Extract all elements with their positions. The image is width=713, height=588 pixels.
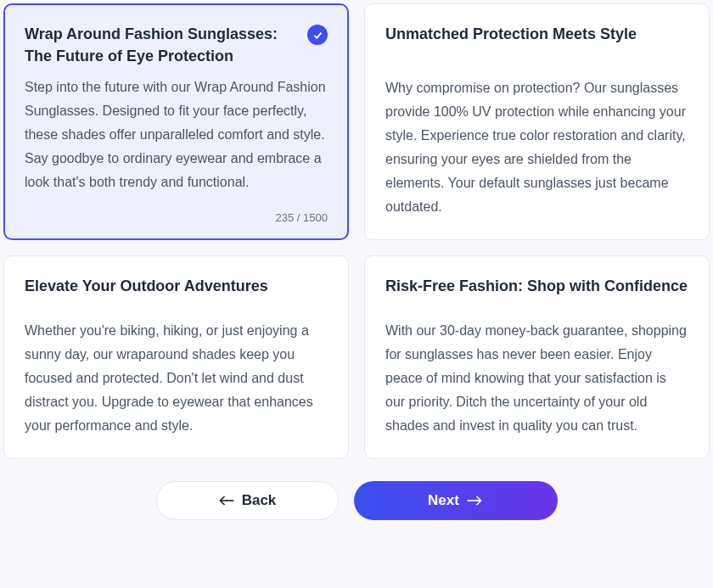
card-desc: Why compromise on protection? Our sungla… xyxy=(385,76,688,219)
option-grid: Wrap Around Fashion Sunglasses: The Futu… xyxy=(3,3,710,459)
back-button[interactable]: Back xyxy=(156,481,339,520)
option-card-0[interactable]: Wrap Around Fashion Sunglasses: The Futu… xyxy=(3,3,349,240)
next-button[interactable]: Next xyxy=(354,481,558,520)
arrow-left-icon xyxy=(218,495,235,507)
card-desc: With our 30-day money-back guarantee, sh… xyxy=(385,319,688,438)
card-header: Wrap Around Fashion Sunglasses: The Futu… xyxy=(25,23,328,76)
card-title: Wrap Around Fashion Sunglasses: The Futu… xyxy=(25,23,299,67)
option-card-3[interactable]: Risk-Free Fashion: Shop with Confidence … xyxy=(364,255,710,459)
back-label: Back xyxy=(242,492,277,509)
card-title: Unmatched Protection Meets Style xyxy=(385,23,688,68)
selected-check-icon xyxy=(307,25,328,45)
next-label: Next xyxy=(428,492,459,509)
option-card-2[interactable]: Elevate Your Outdoor Adventures Whether … xyxy=(3,255,349,459)
card-desc: Step into the future with our Wrap Aroun… xyxy=(25,76,328,194)
option-card-1[interactable]: Unmatched Protection Meets Style Why com… xyxy=(364,3,710,240)
footer-actions: Back Next xyxy=(3,459,710,537)
arrow-right-icon xyxy=(466,495,483,507)
card-desc: Whether you're biking, hiking, or just e… xyxy=(25,319,328,438)
card-title: Elevate Your Outdoor Adventures xyxy=(25,275,328,311)
card-title: Risk-Free Fashion: Shop with Confidence xyxy=(385,275,688,311)
char-count: 235 / 1500 xyxy=(25,194,328,224)
